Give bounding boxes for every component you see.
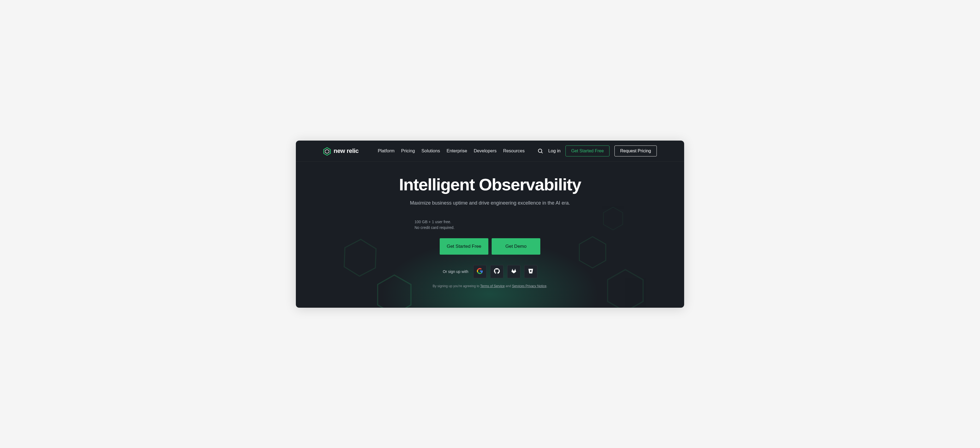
github-signup-button[interactable]	[490, 265, 503, 278]
svg-point-7	[538, 149, 542, 152]
hero-title: Intelligent Observability	[323, 175, 657, 194]
bitbucket-icon	[528, 268, 534, 275]
github-icon	[494, 268, 500, 275]
logo-text: new relic	[334, 147, 358, 155]
svg-line-8	[541, 152, 542, 153]
request-pricing-button[interactable]: Request Pricing	[614, 145, 657, 156]
signup-with-label: Or sign up with	[443, 269, 468, 274]
page: new relic Platform Pricing Solutions Ent…	[296, 140, 684, 308]
nav-developers[interactable]: Developers	[474, 148, 496, 153]
legal-text: By signing up you're agreeing to Terms o…	[414, 284, 566, 288]
get-demo-button[interactable]: Get Demo	[492, 238, 540, 255]
main-nav: Platform Pricing Solutions Enterprise De…	[378, 148, 525, 153]
gitlab-signup-button[interactable]	[507, 265, 520, 278]
google-signup-button[interactable]	[473, 265, 487, 278]
logo[interactable]: new relic	[323, 147, 358, 155]
nav-resources[interactable]: Resources	[503, 148, 525, 153]
gitlab-icon	[511, 268, 517, 275]
google-icon	[477, 268, 483, 275]
get-started-button[interactable]: Get Started Free	[440, 238, 488, 255]
header: new relic Platform Pricing Solutions Ent…	[296, 140, 684, 162]
bitbucket-signup-button[interactable]	[524, 265, 537, 278]
nav-solutions[interactable]: Solutions	[422, 148, 440, 153]
offer-line-1: 100 GB + 1 user free.	[415, 219, 566, 225]
nav-pricing[interactable]: Pricing	[401, 148, 415, 153]
privacy-link[interactable]: Services Privacy Notice	[512, 284, 546, 288]
social-signup: Or sign up with	[414, 265, 566, 278]
hero: Intelligent Observability Maximize busin…	[296, 162, 684, 308]
offer-lines: 100 GB + 1 user free. No credit card req…	[414, 219, 566, 231]
nav-enterprise[interactable]: Enterprise	[447, 148, 467, 153]
login-link[interactable]: Log in	[548, 148, 560, 153]
hero-subtitle: Maximize business uptime and drive engin…	[323, 200, 657, 206]
svg-marker-6	[325, 149, 329, 153]
tos-link[interactable]: Terms of Service	[480, 284, 504, 288]
search-icon[interactable]	[537, 148, 543, 154]
nav-platform[interactable]: Platform	[378, 148, 394, 153]
logo-icon	[323, 147, 331, 155]
get-started-header-button[interactable]: Get Started Free	[565, 145, 609, 156]
offer-line-2: No credit card required.	[415, 225, 566, 231]
